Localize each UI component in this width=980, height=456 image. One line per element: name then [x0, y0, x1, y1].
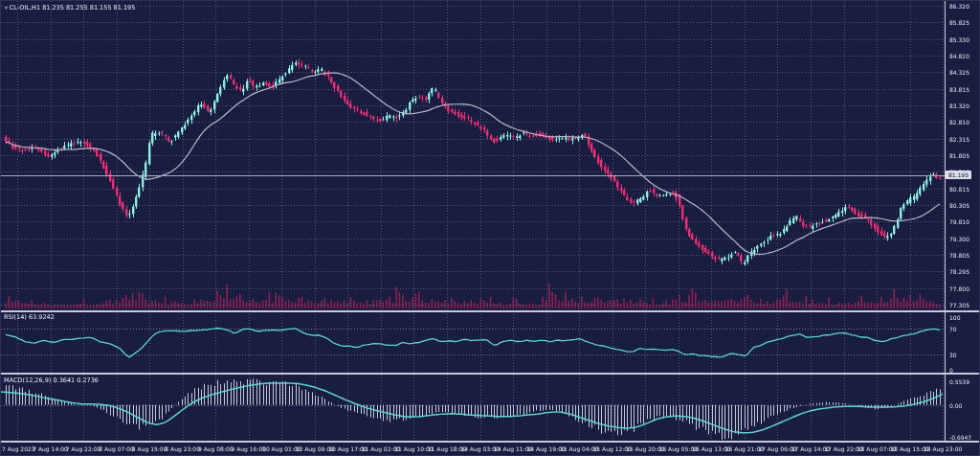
trading-chart-window: ▾CL-OIL,H1 81.235 81.255 81.155 81.195 R… [0, 0, 980, 456]
chart-plot-canvas[interactable] [1, 1, 980, 456]
